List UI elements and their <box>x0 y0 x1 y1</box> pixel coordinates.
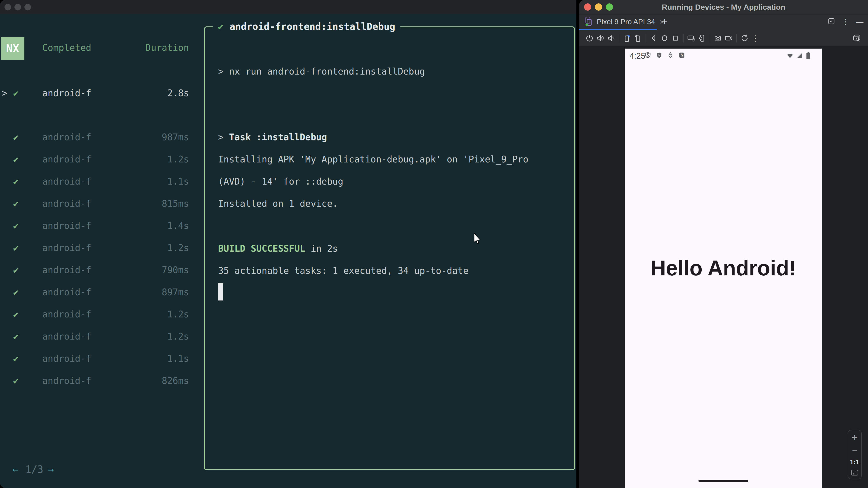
profile-icon <box>667 52 674 59</box>
more-icon[interactable]: ⋮ <box>750 33 761 43</box>
task-duration: 790ms <box>162 265 189 275</box>
device-status-bar: 4:25 <box>625 50 822 61</box>
running-devices-window: Running Devices - My Application Pixel 9… <box>579 0 868 488</box>
task-name: android-f <box>42 376 91 386</box>
zoom-controls: + − 1:1 <box>848 430 862 479</box>
task-duration: 1.2s <box>167 309 189 320</box>
task-duration: 826ms <box>162 376 189 386</box>
prev-page-arrow[interactable]: ← <box>12 464 19 475</box>
more-options-icon[interactable]: ⋮ <box>842 17 849 26</box>
back-icon[interactable] <box>648 33 659 43</box>
check-icon: ✔ <box>218 21 223 32</box>
output-title-text: android-frontend:installDebug <box>229 21 395 32</box>
task-row[interactable]: ✔ android-f 826ms <box>0 369 199 392</box>
terminal-line-task-header: > Task :installDebug <box>218 126 327 148</box>
terminal-line-command: > nx run android-frontend:installDebug <box>218 60 425 83</box>
wifi-icon <box>786 52 794 60</box>
toolbar-divider <box>646 34 646 42</box>
hardware-input-icon[interactable] <box>686 33 697 43</box>
zoom-out-button[interactable]: − <box>852 446 857 455</box>
device-settings-icon[interactable] <box>697 33 708 43</box>
selected-task-row[interactable]: > ✔ android-f 2.8s <box>0 84 199 102</box>
restart-icon[interactable] <box>739 33 750 43</box>
running-devices-titlebar[interactable]: Running Devices - My Application <box>579 0 868 14</box>
terminal-titlebar[interactable] <box>0 0 577 14</box>
task-name: android-f <box>42 132 91 142</box>
rotate-left-icon[interactable] <box>622 33 632 43</box>
task-row[interactable]: ✔ android-f 897ms <box>0 281 199 303</box>
task-header-text: Task :installDebug <box>229 132 327 142</box>
check-icon: ✔ <box>13 353 19 364</box>
rotate-right-icon[interactable] <box>632 33 643 43</box>
float-window-icon[interactable] <box>827 17 835 26</box>
task-name: android-f <box>42 287 91 297</box>
terminal-cursor <box>218 283 223 300</box>
overview-icon[interactable] <box>670 33 681 43</box>
power-icon[interactable] <box>584 33 595 43</box>
status-time: 4:25 <box>629 51 645 61</box>
play-protect-icon <box>656 52 662 59</box>
task-name: android-f <box>42 176 91 187</box>
terminal-line-installed: Installed on 1 device. <box>218 193 338 215</box>
gesture-navigation-bar[interactable] <box>699 480 748 482</box>
task-duration: 1.1s <box>167 353 189 364</box>
task-duration: 1.1s <box>167 176 189 187</box>
check-icon: ✔ <box>13 287 19 297</box>
signal-icon <box>796 52 803 60</box>
fit-to-window-icon[interactable] <box>851 469 859 477</box>
volume-up-icon[interactable] <box>595 33 606 43</box>
task-row[interactable]: ✔ android-f 815ms <box>0 193 199 215</box>
volume-down-icon[interactable] <box>606 33 617 43</box>
task-duration: 815ms <box>162 198 189 209</box>
task-duration: 1.2s <box>167 242 189 253</box>
home-icon[interactable] <box>659 33 670 43</box>
build-time-text: in 2s <box>305 243 338 254</box>
zoom-preview-icon[interactable] <box>851 33 862 43</box>
page-indicator: 1/3 <box>25 464 43 475</box>
next-page-arrow[interactable]: → <box>48 464 54 475</box>
task-row[interactable]: ✔ android-f 1.4s <box>0 215 199 237</box>
check-icon: ✔ <box>13 242 19 253</box>
device-tab-bar: Pixel 9 Pro API 34 × + ⋮ — <box>579 14 868 30</box>
task-duration: 897ms <box>162 287 189 297</box>
task-row[interactable]: ✔ android-f 1.1s <box>0 170 199 193</box>
task-row[interactable]: ✔ android-f 790ms <box>0 259 199 281</box>
task-duration: 1.4s <box>167 221 189 231</box>
task-row[interactable]: ✔ android-f 1.2s <box>0 303 199 325</box>
terminal-line-summary: 35 actionable tasks: 1 executed, 34 up-t… <box>218 260 469 282</box>
screen-record-icon[interactable] <box>723 33 734 43</box>
task-name: android-f <box>42 242 91 253</box>
column-duration: Duration <box>145 42 189 53</box>
task-list: ✔ android-f 987ms ✔ android-f 1.2s ✔ and… <box>0 126 199 392</box>
hide-panel-icon[interactable]: — <box>856 18 864 26</box>
new-tab-icon[interactable]: + <box>662 14 668 29</box>
terminal-line-installing-2: (AVD) - 14' for ::debug <box>218 170 343 193</box>
task-name: android-f <box>42 198 91 209</box>
status-system-icons <box>786 52 811 60</box>
task-row[interactable]: ✔ android-f 987ms <box>0 126 199 148</box>
task-row[interactable]: ✔ android-f 1.2s <box>0 325 199 348</box>
task-duration: 987ms <box>162 132 189 142</box>
terminal-window: NX Completed Duration > ✔ android-f 2.8s… <box>0 0 577 488</box>
task-name: android-f <box>42 221 91 231</box>
task-row[interactable]: ✔ android-f 1.1s <box>0 348 199 369</box>
task-row[interactable]: ✔ android-f 1.2s <box>0 148 199 170</box>
window-zoom-icon[interactable] <box>24 4 31 10</box>
actual-size-button[interactable]: 1:1 <box>850 458 860 466</box>
task-prefix: > <box>218 132 229 142</box>
tab-bar-actions: ⋮ — <box>827 14 864 29</box>
check-icon: ✔ <box>13 88 19 98</box>
window-close-icon[interactable] <box>4 4 11 10</box>
tab-pixel-9-pro[interactable]: Pixel 9 Pro API 34 × <box>579 14 670 29</box>
task-name: android-f <box>42 88 91 98</box>
emulator-screen[interactable]: 4:25 <box>625 48 822 488</box>
screenshot-icon[interactable] <box>712 33 723 43</box>
zoom-in-button[interactable]: + <box>852 432 858 443</box>
window-minimize-icon[interactable] <box>14 4 21 10</box>
window-title: Running Devices - My Application <box>579 0 868 14</box>
task-duration: 2.8s <box>167 88 189 98</box>
task-row[interactable]: ✔ android-f 1.2s <box>0 237 199 259</box>
toolbar-divider <box>737 34 737 42</box>
check-icon: ✔ <box>13 309 19 320</box>
check-icon: ✔ <box>13 154 19 164</box>
